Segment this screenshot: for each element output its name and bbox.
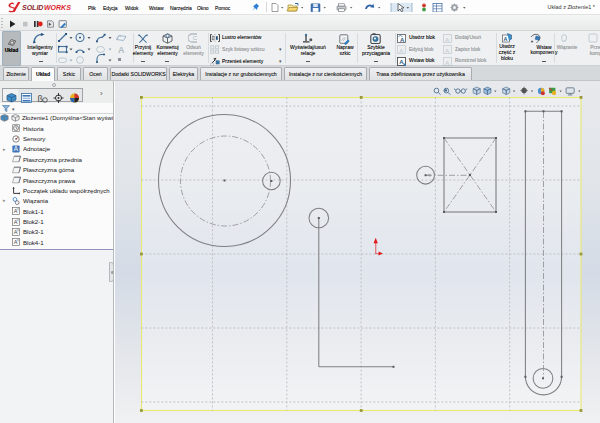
svg-text:A: A (399, 59, 404, 65)
svg-text:A: A (118, 45, 125, 55)
svg-text:A: A (400, 37, 405, 43)
svg-text:A: A (445, 48, 450, 54)
svg-text:A: A (504, 36, 508, 42)
svg-text:A: A (14, 146, 19, 153)
svg-text:ß: ß (37, 94, 43, 104)
svg-text:A: A (445, 36, 450, 42)
svg-text:SOLID: SOLID (22, 4, 43, 11)
svg-text:WORKS: WORKS (44, 4, 71, 11)
svg-text:A: A (445, 59, 450, 65)
svg-text:A: A (399, 48, 404, 54)
